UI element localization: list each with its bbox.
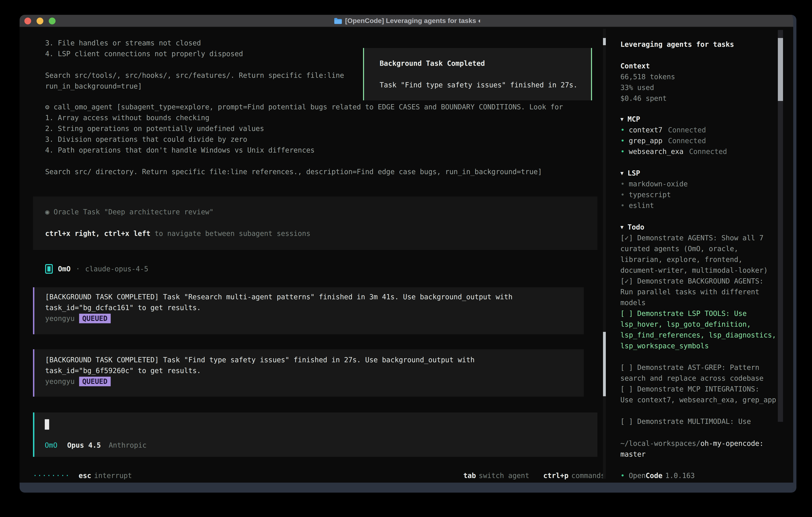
bullet-icon: •	[620, 125, 625, 135]
mcp-list: •context7Connected•grep_appConnected•web…	[620, 125, 793, 157]
window-title: [OpenCode] Leveraging agents for tasks ◐	[345, 17, 482, 25]
main-scrollbar-thumb[interactable]	[603, 332, 606, 396]
todo-done-items: [✓] Demonstrate AGENTS: Show all 7 curat…	[620, 233, 793, 308]
mcp-item-status: Connected	[668, 135, 706, 146]
task-completed-box-2: [BACKGROUND TASK COMPLETED] Task "Find t…	[33, 349, 584, 397]
status-left: ········ esc interrupt	[33, 470, 132, 481]
agent-terminal-icon	[45, 264, 53, 274]
chevron-down-icon: ▼	[620, 114, 624, 125]
bullet-icon: •	[620, 179, 625, 189]
record-icon: ◉	[45, 208, 49, 216]
mcp-item-status: Connected	[668, 125, 706, 135]
lsp-header[interactable]: ▼LSP	[620, 168, 793, 179]
mcp-item-name: context7	[629, 125, 663, 135]
input-meta-row: OmO Opus 4.5 Anthropic	[45, 440, 147, 451]
todo-pending-item-multimodal: [ ] Demonstrate MULTIMODAL: Use	[620, 416, 793, 427]
task-user: yeongyu	[45, 315, 75, 323]
input-model: Opus 4.5	[67, 441, 101, 449]
lsp-item-name: eslint	[629, 200, 654, 211]
hint-keys: ctrl+x right, ctrl+x left	[45, 229, 150, 238]
context-header: Context	[620, 61, 793, 71]
todo-active-item: [ ] Demonstrate LSP TOOLS: Use lsp_hover…	[620, 308, 793, 351]
oracle-task-label: Oracle Task "Deep architecture review"	[54, 208, 213, 216]
main-scrollbar-track[interactable]	[603, 29, 606, 479]
maximize-button[interactable]	[49, 18, 56, 24]
workspace-prefix: ~/local-workspaces/	[620, 439, 700, 447]
bullet-icon: •	[620, 146, 625, 157]
mcp-item-status: Connected	[689, 146, 727, 157]
todo-pending-items: [ ] Demonstrate AST-GREP: Pattern search…	[620, 362, 793, 405]
minimize-button[interactable]	[36, 18, 44, 24]
task-body: [BACKGROUND TASK COMPLETED] Task "Resear…	[45, 292, 584, 313]
context-stats: 66,518 tokens 33% used $0.46 spent	[620, 71, 793, 104]
opencode-version: 1.0.163	[665, 472, 695, 480]
input-agent: OmO	[45, 441, 57, 449]
opencode-name: OpenCode1.0.163	[629, 470, 695, 481]
bullet-icon: •	[620, 189, 625, 200]
workspace-path: ~/local-workspaces/oh-my-opencode: maste…	[620, 438, 793, 460]
lsp-list: •markdown-oxide•typescript•eslint	[620, 179, 793, 211]
opencode-version-line: • OpenCode1.0.163	[620, 470, 793, 481]
workspace-branch: master	[620, 449, 793, 460]
opencode-window: [OpenCode] Leveraging agents for tasks ◐…	[20, 15, 796, 493]
task-user-row: yeongyuQUEUED	[45, 313, 584, 324]
separator-dot: ·	[76, 264, 80, 274]
titlebar: [OpenCode] Leveraging agents for tasks ◐	[20, 15, 796, 27]
mcp-item-name: grep_app	[629, 135, 663, 146]
lsp-item-name: typescript	[629, 189, 671, 200]
text-cursor	[45, 419, 49, 430]
sidebar-scrollbar-thumb[interactable]	[778, 38, 783, 101]
lsp-header-label: LSP	[628, 168, 640, 179]
context-header-label: Context	[620, 61, 650, 71]
traffic-lights	[24, 15, 56, 27]
status-right: tab switch agent ctrl+p commands	[463, 470, 605, 481]
status-bar: ········ esc interrupt tab switch agent …	[33, 470, 605, 481]
tool-call-text: call_omo_agent [subagent_type=explore, p…	[54, 103, 563, 111]
gear-icon: ⚙	[45, 103, 49, 111]
toast-title: Background Task Completed	[380, 58, 591, 69]
window-bottom-bar	[20, 483, 796, 493]
tool-call-first-line: ⚙ call_omo_agent [subagent_type=explore,…	[45, 102, 592, 112]
bullet-icon: •	[620, 470, 625, 481]
queued-badge: QUEUED	[79, 314, 111, 323]
opencode-name-bold: Code	[645, 472, 662, 480]
main-scrollbar-thumb-top[interactable]	[603, 38, 606, 45]
hint-text: to navigate between subagent sessions	[150, 229, 311, 238]
mcp-item: •context7Connected	[620, 125, 793, 135]
todo-header-label: Todo	[628, 222, 644, 233]
tool-call-rest: 1. Array access without bounds checking …	[45, 112, 592, 177]
queued-badge: QUEUED	[79, 377, 111, 386]
oracle-task-title: ◉ Oracle Task "Deep architecture review"	[45, 207, 598, 217]
mcp-header-label: MCP	[628, 114, 640, 125]
close-button[interactable]	[24, 18, 31, 24]
workspace-repo: oh-my-opencode:	[700, 439, 763, 447]
sidebar: Leveraging agents for tasks Context 66,5…	[609, 27, 793, 483]
tab-label: switch agent	[479, 470, 529, 481]
mcp-header[interactable]: ▼MCP	[620, 114, 793, 125]
prompt-input[interactable]: OmO Opus 4.5 Anthropic	[33, 412, 598, 457]
task-body: [BACKGROUND TASK COMPLETED] Task "Find t…	[45, 354, 584, 376]
lsp-item: •eslint	[620, 200, 793, 211]
opencode-name-dim: Open	[629, 472, 645, 480]
mcp-item: •websearch_exaConnected	[620, 146, 793, 157]
esc-label: interrupt	[94, 470, 132, 481]
oracle-task-box: ◉ Oracle Task "Deep architecture review"…	[33, 196, 598, 250]
mcp-item: •grep_appConnected	[620, 135, 793, 146]
agent-session-line: OmO · claude-opus-4-5	[45, 264, 148, 274]
chevron-down-icon: ▼	[620, 222, 624, 233]
todo-header[interactable]: ▼Todo	[620, 222, 793, 233]
ctrlp-label: commands	[571, 470, 605, 481]
folder-icon	[334, 18, 342, 24]
lsp-item: •typescript	[620, 189, 793, 200]
input-provider: Anthropic	[109, 441, 147, 449]
tool-call-block: ⚙ call_omo_agent [subagent_type=explore,…	[45, 102, 592, 177]
lsp-item: •markdown-oxide	[620, 179, 793, 189]
sidebar-session-title: Leveraging agents for tasks	[620, 39, 793, 50]
oracle-hint: ctrl+x right, ctrl+x left to navigate be…	[45, 228, 598, 239]
title-wrap: [OpenCode] Leveraging agents for tasks ◐	[334, 17, 482, 25]
task-completed-box-1: [BACKGROUND TASK COMPLETED] Task "Resear…	[33, 287, 584, 334]
ctrlp-key: ctrl+p	[543, 470, 569, 481]
spinner-dots-icon: ········	[33, 470, 70, 481]
lsp-item-name: markdown-oxide	[629, 179, 688, 189]
mcp-item-name: websearch_exa	[629, 146, 684, 157]
